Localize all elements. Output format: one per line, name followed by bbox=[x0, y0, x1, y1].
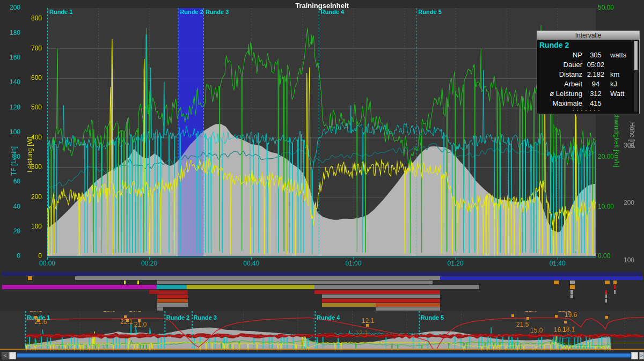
scroll-track[interactable] bbox=[17, 352, 631, 358]
scroll-left-handle[interactable] bbox=[9, 352, 16, 359]
scroll-right-button[interactable]: > bbox=[639, 352, 644, 359]
tooltip-row: Dauer05:02 bbox=[539, 60, 633, 70]
intervals-tooltip[interactable]: Intervalle Runde 2 NP305wattsDauer05:02D… bbox=[537, 31, 640, 114]
tooltip-row: Maximale415 bbox=[539, 99, 633, 108]
scroll-left-button[interactable]: < bbox=[2, 352, 9, 359]
overview-chart[interactable] bbox=[0, 311, 644, 351]
tooltip-partial-row: · · · · · · · bbox=[539, 108, 633, 112]
tooltip-row: NP305watts bbox=[539, 50, 633, 60]
chart-title: Trainingseinheit bbox=[0, 2, 644, 10]
tooltip-title[interactable]: Intervalle bbox=[537, 31, 639, 40]
tooltip-row: ø Leistung312Watt bbox=[539, 89, 633, 99]
tooltip-row: Arbeit94kJ bbox=[539, 79, 633, 89]
scroll-right-handle[interactable] bbox=[631, 352, 638, 359]
app-window: Trainingseinheit Intervalle Runde 2 NP30… bbox=[0, 0, 644, 361]
tooltip-row: Distanz2.182km bbox=[539, 70, 633, 79]
tooltip-rows: NP305wattsDauer05:02Distanz2.182kmArbeit… bbox=[539, 50, 633, 108]
tooltip-interval-name: Runde 2 bbox=[539, 40, 633, 50]
interval-bars-strip[interactable] bbox=[0, 270, 644, 311]
tooltip-scrollbar[interactable] bbox=[634, 41, 638, 112]
tooltip-scrollbar-thumb[interactable] bbox=[634, 41, 638, 70]
tooltip-body: Runde 2 NP305wattsDauer05:02Distanz2.182… bbox=[537, 40, 639, 114]
